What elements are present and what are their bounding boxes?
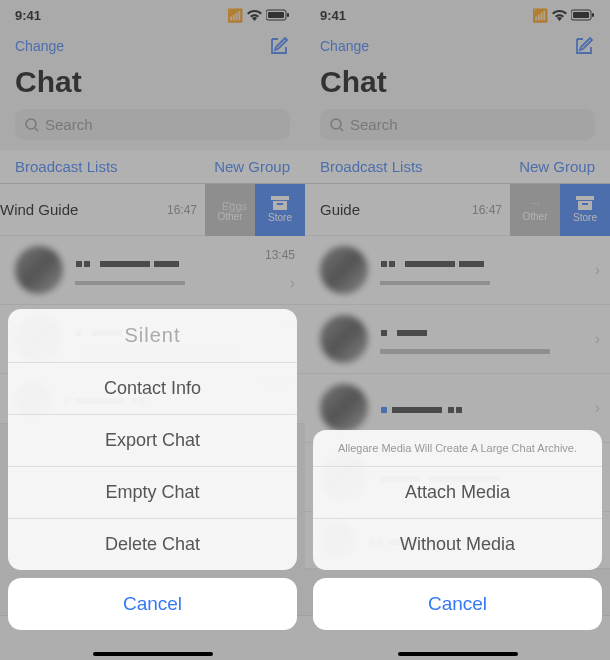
status-bar: 9:41 📶 — [305, 0, 610, 30]
sheet-cancel-button[interactable]: Cancel — [8, 578, 297, 630]
swipe-other-button[interactable]: ⋯ Other — [510, 184, 560, 236]
swipe-store-button[interactable]: Store — [560, 184, 610, 236]
sheet-cancel-button[interactable]: Cancel — [313, 578, 602, 630]
sheet-contact-info[interactable]: Contact Info — [8, 363, 297, 415]
svg-line-12 — [340, 128, 343, 131]
status-time: 9:41 — [15, 8, 41, 23]
list-header: Broadcast Lists New Group — [305, 150, 610, 184]
header: Change Chat — [305, 30, 610, 109]
chevron-right-icon: › — [595, 330, 600, 348]
archive-icon — [271, 196, 289, 210]
chat-row[interactable]: Wind Guide 16:47 ⋯ Other Store Eggs — [0, 184, 305, 236]
phone-right: 9:41 📶 Change Chat — [305, 0, 610, 660]
battery-icon — [266, 9, 290, 21]
new-group-link[interactable]: New Group — [519, 158, 595, 175]
svg-point-3 — [26, 119, 36, 129]
sheet-silent[interactable]: Silent — [8, 309, 297, 363]
chat-time: 16:47 — [472, 203, 510, 217]
avatar — [320, 315, 368, 363]
avatar — [320, 246, 368, 294]
svg-rect-14 — [578, 201, 592, 210]
search-input[interactable]: Search — [320, 109, 595, 140]
svg-rect-10 — [592, 13, 594, 17]
svg-rect-1 — [268, 12, 284, 18]
list-header: Broadcast Lists New Group — [0, 150, 305, 184]
search-icon — [330, 118, 344, 132]
search-icon — [25, 118, 39, 132]
svg-rect-7 — [277, 203, 283, 205]
status-time: 9:41 — [320, 8, 346, 23]
sheet-export-chat[interactable]: Export Chat — [8, 415, 297, 467]
chat-row[interactable]: 13:45 › — [0, 236, 305, 305]
status-bar: 9:41 📶 — [0, 0, 305, 30]
chat-row[interactable]: Guide 16:47 ⋯ Other Store — [305, 184, 610, 236]
svg-rect-13 — [576, 196, 594, 200]
eggs-label: Eggs — [222, 200, 247, 212]
wifi-icon — [247, 10, 262, 21]
chat-name: Wind Guide — [0, 201, 157, 218]
svg-rect-5 — [271, 196, 289, 200]
signal-icon: 📶 — [227, 8, 243, 23]
chevron-right-icon: › — [595, 399, 600, 417]
svg-line-4 — [35, 128, 38, 131]
home-indicator — [398, 652, 518, 656]
phone-left: 9:41 📶 Change Chat — [0, 0, 305, 660]
search-placeholder: Search — [350, 116, 398, 133]
chat-time: 13:45 — [265, 248, 295, 262]
chevron-right-icon: › — [290, 274, 295, 292]
swipe-store-button[interactable]: Store — [255, 184, 305, 236]
broadcast-link[interactable]: Broadcast Lists — [15, 158, 118, 175]
page-title: Chat — [320, 65, 595, 99]
svg-rect-2 — [287, 13, 289, 17]
chat-row[interactable]: › — [305, 236, 610, 305]
action-sheet: Silent Contact Info Export Chat Empty Ch… — [8, 309, 297, 630]
search-placeholder: Search — [45, 116, 93, 133]
avatar — [320, 384, 368, 432]
sheet-hint: Allegare Media Will Create A Large Chat … — [313, 430, 602, 467]
page-title: Chat — [15, 65, 290, 99]
new-group-link[interactable]: New Group — [214, 158, 290, 175]
sheet-empty-chat[interactable]: Empty Chat — [8, 467, 297, 519]
chat-name: Guide — [320, 201, 462, 218]
action-sheet: Allegare Media Will Create A Large Chat … — [313, 430, 602, 630]
broadcast-link[interactable]: Broadcast Lists — [320, 158, 423, 175]
archive-icon — [576, 196, 594, 210]
ellipsis-icon: ⋯ — [530, 198, 540, 209]
compose-button[interactable] — [573, 35, 595, 57]
chat-time: 16:47 — [167, 203, 205, 217]
sheet-delete-chat[interactable]: Delete Chat — [8, 519, 297, 570]
change-link[interactable]: Change — [320, 38, 369, 54]
chevron-right-icon: › — [595, 261, 600, 279]
svg-rect-9 — [573, 12, 589, 18]
sheet-without-media[interactable]: Without Media — [313, 519, 602, 570]
svg-rect-15 — [582, 203, 588, 205]
search-input[interactable]: Search — [15, 109, 290, 140]
sheet-attach-media[interactable]: Attach Media — [313, 467, 602, 519]
status-icons: 📶 — [227, 8, 290, 23]
home-indicator — [93, 652, 213, 656]
wifi-icon — [552, 10, 567, 21]
chat-row[interactable]: › — [305, 305, 610, 374]
status-icons: 📶 — [532, 8, 595, 23]
header: Change Chat — [0, 30, 305, 109]
compose-button[interactable] — [268, 35, 290, 57]
battery-icon — [571, 9, 595, 21]
svg-point-11 — [331, 119, 341, 129]
signal-icon: 📶 — [532, 8, 548, 23]
avatar — [15, 246, 63, 294]
change-link[interactable]: Change — [15, 38, 64, 54]
svg-rect-6 — [273, 201, 287, 210]
